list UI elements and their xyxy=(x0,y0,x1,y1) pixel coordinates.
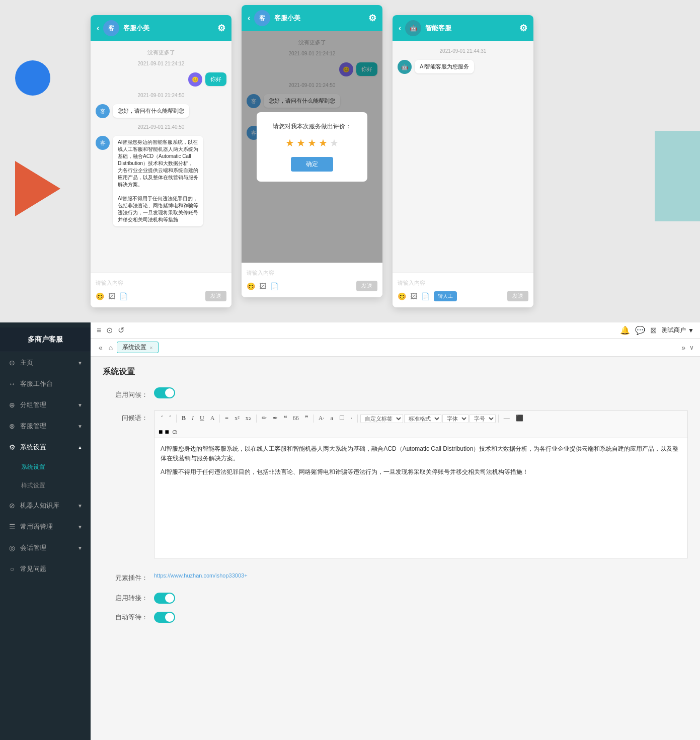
quote-close-btn[interactable]: ❞ xyxy=(302,413,310,424)
image-tool-3[interactable]: 🖼 xyxy=(410,292,417,300)
toggle-auto-wait[interactable] xyxy=(154,612,175,623)
font-size-sm-btn[interactable]: a xyxy=(328,413,335,424)
sidebar-item-system[interactable]: ⚙ 系统设置 ▲ xyxy=(0,437,91,458)
line-btn[interactable]: — xyxy=(501,413,512,424)
back-icon-1[interactable]: ‹ xyxy=(97,24,99,33)
editor-area[interactable]: AI智服您身边的智能客服系统，以在线人工客服和智能机器人两大系统为基础，融合AC… xyxy=(154,438,688,558)
emoji-tool-1[interactable]: 😊 xyxy=(96,292,104,300)
draw-btn[interactable]: ✏ xyxy=(259,413,269,424)
chat-window-3: ‹ 🤖 智能客服 ⚙ 2021-09-01 21:44:31 🤖 AI智能客服为… xyxy=(393,15,533,307)
file-tool-1[interactable]: 📄 xyxy=(119,292,128,300)
undo-btn[interactable]: ʻ xyxy=(159,413,166,424)
checkbox-btn[interactable]: ☐ xyxy=(337,413,347,424)
editor-toolbar-row2: ■ ■ ☺ xyxy=(154,426,688,438)
home-nav-icon[interactable]: ⊙ xyxy=(106,325,113,335)
dot-btn[interactable]: · xyxy=(348,413,355,424)
format-select[interactable]: 标准格式 xyxy=(404,414,441,423)
send-btn-3[interactable]: 发送 xyxy=(507,291,528,301)
emoji-tool-2[interactable]: 😊 xyxy=(247,282,255,290)
settings-icon-2[interactable]: ⚙ xyxy=(368,13,376,24)
sidebar-sub-system-settings[interactable]: 系统设置 xyxy=(0,458,91,476)
breadcrumb-tab-system[interactable]: 系统设置 × xyxy=(117,342,158,353)
grid-icon[interactable]: ⊠ xyxy=(650,325,657,335)
sidebar-item-workbench[interactable]: ↔ 客服工作台 xyxy=(0,373,91,394)
quote66-btn[interactable]: 66 xyxy=(290,413,301,424)
custom-tag-select[interactable]: 自定义标签 xyxy=(360,414,403,423)
tenant-select[interactable]: 测试商户 ▼ xyxy=(662,326,694,335)
star-4[interactable]: ★ xyxy=(319,137,328,149)
redo-btn[interactable]: ʼ xyxy=(167,413,174,424)
file-tool-3[interactable]: 📄 xyxy=(421,292,430,300)
refresh-icon[interactable]: ↺ xyxy=(118,325,124,335)
page-title: 系统设置 xyxy=(103,367,688,377)
underline-btn[interactable]: U xyxy=(197,413,207,424)
star-5[interactable]: ★ xyxy=(330,137,339,149)
align-btn[interactable]: ≡ xyxy=(222,413,231,424)
rating-confirm-btn[interactable]: 确定 xyxy=(291,157,333,172)
star-1[interactable]: ★ xyxy=(285,137,294,149)
emoji-icon-1[interactable]: ■ xyxy=(159,428,163,436)
form-label-enable: 启用问候： xyxy=(103,387,148,399)
timestamp-1-0: 2021-09-01 21:24:12 xyxy=(96,59,226,68)
chat-input-placeholder-1[interactable]: 请输入内容 xyxy=(96,277,226,289)
sidebar-item-agent-mgmt[interactable]: ⊗ 客服管理 ▼ xyxy=(0,416,91,437)
sub-btn[interactable]: x₂ xyxy=(243,413,254,424)
notification-icon[interactable]: 🔔 xyxy=(620,325,630,335)
marker-btn[interactable]: ✒ xyxy=(270,413,280,424)
font-select[interactable]: 字体 xyxy=(442,414,469,423)
toggle-transfer[interactable] xyxy=(154,593,175,604)
top-bar-icons: ≡ ⊙ ↺ xyxy=(97,325,124,335)
star-3[interactable]: ★ xyxy=(307,137,317,149)
sidebar-item-sessions[interactable]: ◎ 会话管理 ▼ xyxy=(0,537,91,558)
toggle-transfer-switch[interactable] xyxy=(154,593,175,604)
chat-input-placeholder-2[interactable]: 请输入内容 xyxy=(247,267,377,279)
sidebar-item-faq[interactable]: ○ 常见问题 xyxy=(0,558,91,580)
image-tool-1[interactable]: 🖼 xyxy=(108,292,115,300)
group-arrow: ▼ xyxy=(77,402,83,408)
sidebar-sub-style-settings[interactable]: 样式设置 xyxy=(0,476,91,495)
file-tool-2[interactable]: 📄 xyxy=(270,282,279,290)
toggle-enable-switch[interactable] xyxy=(154,387,175,398)
send-btn-2[interactable]: 发送 xyxy=(356,281,377,291)
smiley-icon[interactable]: ☺ xyxy=(171,428,178,436)
back-icon-3[interactable]: ‹ xyxy=(399,24,401,33)
toggle-auto-wait-switch[interactable] xyxy=(154,612,175,623)
sidebar-item-home[interactable]: ⊙ 主页 ▼ xyxy=(0,352,91,373)
font-color-btn[interactable]: A xyxy=(208,413,217,424)
sup-btn[interactable]: x² xyxy=(232,413,242,424)
italic-btn[interactable]: I xyxy=(189,413,196,424)
emoji-tool-3[interactable]: 😊 xyxy=(398,292,406,300)
chat-input-placeholder-3[interactable]: 请输入内容 xyxy=(398,277,528,289)
agent-mgmt-icon: ⊗ xyxy=(8,422,16,430)
transfer-human-btn[interactable]: 转人工 xyxy=(434,291,457,301)
bold-btn[interactable]: B xyxy=(179,413,188,424)
emoji-icon-2[interactable]: ■ xyxy=(165,428,169,436)
star-2[interactable]: ★ xyxy=(296,137,305,149)
sidebar-item-group[interactable]: ⊕ 分组管理 ▼ xyxy=(0,394,91,416)
breadcrumb-back[interactable]: « xyxy=(97,344,105,352)
quote-open-btn[interactable]: ❝ xyxy=(281,413,289,424)
toggle-enable[interactable] xyxy=(154,387,175,398)
sidebar-item-phrases[interactable]: ☰ 常用语管理 ▼ xyxy=(0,516,91,537)
more-toolbar-btn[interactable]: ⬛ xyxy=(513,413,526,424)
back-icon-2[interactable]: ‹ xyxy=(248,14,250,23)
top-section: ‹ 客 客服小美 ⚙ 没有更多了 2021-09-01 21:24:12 你好 … xyxy=(0,0,700,322)
settings-icon-1[interactable]: ⚙ xyxy=(217,23,225,34)
breadcrumb-collapse-icon[interactable]: ∨ xyxy=(689,344,694,351)
font-size-btn[interactable]: A· xyxy=(316,413,327,424)
rating-title: 请您对我本次服务做出评价： xyxy=(267,122,357,131)
settings-icon-3[interactable]: ⚙ xyxy=(519,23,527,34)
chat-toolbar-2: 😊 🖼 📄 发送 xyxy=(247,279,377,293)
user-avatar-1: 😊 xyxy=(188,72,202,87)
breadcrumb-home[interactable]: ⌂ xyxy=(107,344,115,352)
breadcrumb-more-icon[interactable]: » xyxy=(681,344,685,352)
font-size-select[interactable]: 字号 xyxy=(470,414,496,423)
element-hint-text: https://www.huzhan.com/ishop33003+ xyxy=(154,572,248,579)
menu-icon[interactable]: ≡ xyxy=(97,326,101,335)
image-tool-2[interactable]: 🖼 xyxy=(259,282,266,290)
timestamp-3-0: 2021-09-01 21:44:31 xyxy=(398,46,528,56)
message-icon[interactable]: 💬 xyxy=(635,325,645,335)
send-btn-1[interactable]: 发送 xyxy=(205,291,226,301)
breadcrumb-close-icon[interactable]: × xyxy=(149,345,152,351)
sidebar-item-robot-kb[interactable]: ⊘ 机器人知识库 ▼ xyxy=(0,495,91,516)
